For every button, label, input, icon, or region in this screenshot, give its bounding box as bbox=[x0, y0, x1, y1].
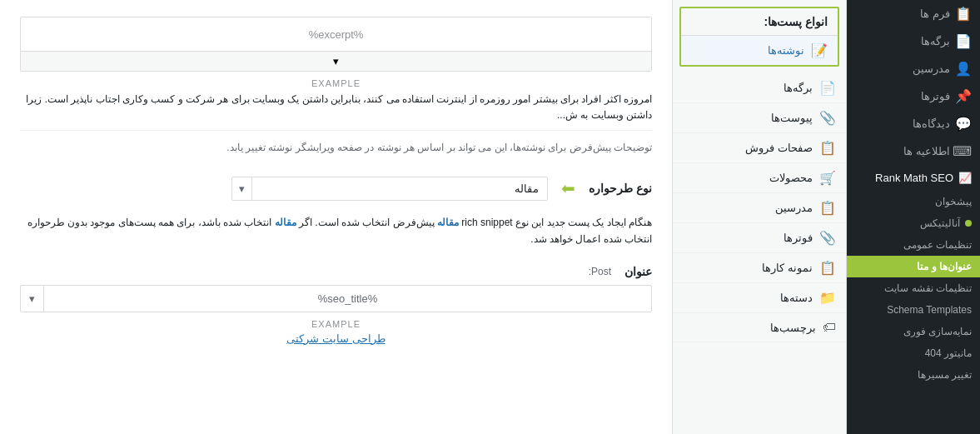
snippet-notice-text2: پیش‌فرض انتخاب شده است. اگر bbox=[296, 217, 437, 228]
posts-icon: 📝 bbox=[811, 42, 828, 58]
rm-sub-dashboard[interactable]: پیشخوان bbox=[847, 191, 980, 212]
middle-item-label: برچسب‌ها bbox=[770, 322, 816, 334]
middle-attach-icon: 📎 bbox=[819, 110, 836, 126]
snippet-highlight2: مقاله bbox=[275, 217, 296, 228]
post-type-label: نوشته‌ها bbox=[768, 44, 804, 57]
middle-item-label: محصولات bbox=[769, 172, 813, 184]
snippet-notice: هنگام ایجاد یک پست جدید این نوع rich sni… bbox=[20, 214, 652, 248]
title-example-label: EXAMPLE bbox=[20, 319, 652, 329]
rm-sub-label: تغییر مسیرها bbox=[918, 369, 972, 381]
middle-products-icon: 🛒 bbox=[819, 170, 836, 186]
rm-sub-404[interactable]: مانیتور 404 bbox=[847, 342, 980, 364]
schema-value: مقاله bbox=[252, 177, 547, 200]
notices-icon: ⌨ bbox=[955, 143, 972, 159]
post-types-header: انواع پست‌ها: bbox=[681, 8, 838, 36]
forms-icon: 📋 bbox=[955, 6, 972, 22]
rm-sub-label: تنظیمات نقشه سایت bbox=[884, 282, 972, 294]
sidebar-item-label: برگه‌ها bbox=[855, 35, 950, 47]
rankmath-icon: 📈 bbox=[958, 172, 972, 184]
rm-sub-label: Schema Templates bbox=[887, 304, 972, 316]
meta-description-box: %excerpt% ▾ bbox=[20, 17, 652, 72]
middle-teachers-icon: 📋 bbox=[819, 200, 836, 216]
rm-sub-schema[interactable]: Schema Templates bbox=[847, 299, 980, 321]
middle-item-footers[interactable]: 📎 فوترها bbox=[673, 223, 846, 253]
middle-item-categories[interactable]: 📁 دسته‌ها bbox=[673, 283, 846, 313]
middle-categories-icon: 📁 bbox=[819, 290, 836, 306]
post-type-posts[interactable]: 📝 نوشته‌ها bbox=[681, 36, 838, 65]
rm-sub-label: آنالیتیکس bbox=[920, 217, 960, 229]
middle-item-sales-pages[interactable]: 📋 صفحات فروش bbox=[673, 133, 846, 163]
sidebar-item-label: اطلاعیه ها bbox=[855, 145, 950, 157]
sidebar-item-label: دیدگاه‌ها bbox=[855, 117, 950, 130]
meta-description-placeholder: %excerpt% bbox=[309, 28, 364, 41]
middle-item-sample-works[interactable]: 📋 نمونه کارها bbox=[673, 253, 846, 283]
online-dot-icon bbox=[965, 220, 972, 227]
sidebar-item-rankmath[interactable]: 📈 Rank Math SEO bbox=[847, 165, 980, 191]
snippet-highlight: مقاله bbox=[437, 217, 459, 228]
title-field-value: %seo_title% bbox=[44, 286, 651, 312]
main-sidebar: 📋 فرم ها 📄 برگه‌ها 👤 مدرسین 📌 فوترها 💬 د… bbox=[847, 0, 980, 434]
arrow-left-icon: ⬅ bbox=[561, 178, 575, 198]
middle-footers-icon: 📎 bbox=[819, 230, 836, 246]
rm-sub-sitemap[interactable]: تنظیمات نقشه سایت bbox=[847, 277, 980, 299]
middle-item-teachers[interactable]: 📋 مدرسین bbox=[673, 193, 846, 223]
sidebar-item-comments[interactable]: 💬 دیدگاه‌ها bbox=[847, 110, 980, 137]
sidebar-item-notices[interactable]: ⌨ اطلاعیه ها bbox=[847, 137, 980, 165]
middle-panel: انواع پست‌ها: 📝 نوشته‌ها 📄 برگه‌ها 📎 پیو… bbox=[672, 0, 847, 434]
middle-item-tags[interactable]: 🏷 برچسب‌ها bbox=[673, 313, 846, 342]
rm-sub-analytics[interactable]: آنالیتیکس bbox=[847, 212, 980, 234]
schema-select[interactable]: مقاله ▾ bbox=[231, 177, 548, 201]
title-chevron-icon[interactable]: ▾ bbox=[21, 286, 44, 312]
title-example-text: طراحی سایت شرکتی bbox=[20, 332, 652, 345]
sidebar-item-pages[interactable]: 📄 برگه‌ها bbox=[847, 27, 980, 55]
rm-sub-label: تنظیمات عمومی bbox=[903, 239, 972, 251]
teachers-icon: 👤 bbox=[955, 61, 972, 77]
middle-item-label: فوترها bbox=[784, 232, 813, 244]
rm-sub-label: نمایه‌سازی فوری bbox=[903, 326, 972, 337]
meta-description-chevron-btn[interactable]: ▾ bbox=[21, 51, 651, 71]
rm-sub-label: عنوان‌ها و متا bbox=[917, 261, 972, 272]
rm-sub-redirects[interactable]: تغییر مسیرها bbox=[847, 364, 980, 386]
title-label: عنوان bbox=[624, 265, 652, 278]
rm-sub-titles-meta[interactable]: عنوان‌ها و متا bbox=[847, 256, 980, 277]
meta-description-value: %excerpt% bbox=[21, 17, 651, 51]
sidebar-item-footers[interactable]: 📌 فوترها bbox=[847, 82, 980, 110]
snippet-notice-text1: هنگام ایجاد یک پست جدید این نوع rich sni… bbox=[459, 217, 652, 228]
notice-text: توضیحات پیش‌فرض برای نوشته‌ها، این می تو… bbox=[20, 130, 652, 156]
chevron-down-icon: ▾ bbox=[333, 55, 339, 67]
middle-item-label: برگه‌ها bbox=[784, 82, 813, 94]
post-types-section: انواع پست‌ها: 📝 نوشته‌ها bbox=[679, 7, 839, 67]
pages-icon: 📄 bbox=[955, 33, 972, 49]
rm-sub-label: پیشخوان bbox=[935, 196, 972, 207]
select-chevron-icon[interactable]: ▾ bbox=[232, 177, 252, 200]
middle-item-label: مدرسین bbox=[775, 202, 813, 214]
middle-item-pages[interactable]: 📄 برگه‌ها bbox=[673, 73, 846, 103]
middle-item-label: دسته‌ها bbox=[780, 292, 813, 304]
middle-item-products[interactable]: 🛒 محصولات bbox=[673, 163, 846, 193]
schema-label: نوع طرحواره bbox=[589, 182, 652, 195]
middle-pages-icon: 📄 bbox=[819, 80, 836, 96]
sidebar-item-label: فوترها bbox=[855, 90, 950, 102]
rm-sub-instant-index[interactable]: نمایه‌سازی فوری bbox=[847, 321, 980, 342]
sidebar-item-label: مدرسین bbox=[855, 62, 950, 75]
sidebar-item-forms[interactable]: 📋 فرم ها bbox=[847, 0, 980, 27]
middle-sample-icon: 📋 bbox=[819, 260, 836, 276]
middle-sales-icon: 📋 bbox=[819, 140, 836, 156]
example-label: EXAMPLE bbox=[20, 78, 652, 88]
middle-item-attachments[interactable]: 📎 پیوست‌ها bbox=[673, 103, 846, 133]
title-row: عنوان :Post bbox=[20, 265, 652, 278]
middle-tags-icon: 🏷 bbox=[823, 320, 836, 335]
meta-description-section: %excerpt% ▾ EXAMPLE امروزه اکثر افراد بر… bbox=[20, 17, 652, 157]
title-field-wrapper: %seo_title% ▾ bbox=[20, 285, 652, 312]
middle-item-label: نمونه کارها bbox=[762, 262, 813, 274]
sidebar-item-teachers[interactable]: 👤 مدرسین bbox=[847, 55, 980, 82]
rm-sub-general[interactable]: تنظیمات عمومی bbox=[847, 234, 980, 256]
middle-item-label: صفحات فروش bbox=[745, 142, 813, 154]
rankmath-label: Rank Math SEO bbox=[875, 172, 953, 184]
footers-icon: 📌 bbox=[955, 88, 972, 104]
sidebar-item-label: فرم ها bbox=[855, 7, 950, 20]
schema-type-row: نوع طرحواره ⬅ مقاله ▾ bbox=[20, 177, 652, 201]
main-content: %excerpt% ▾ EXAMPLE امروزه اکثر افراد بر… bbox=[0, 0, 672, 434]
example-text: امروزه اکثر افراد برای بیشتر امور روزمره… bbox=[20, 92, 652, 123]
rm-sub-label: مانیتور 404 bbox=[925, 347, 972, 359]
